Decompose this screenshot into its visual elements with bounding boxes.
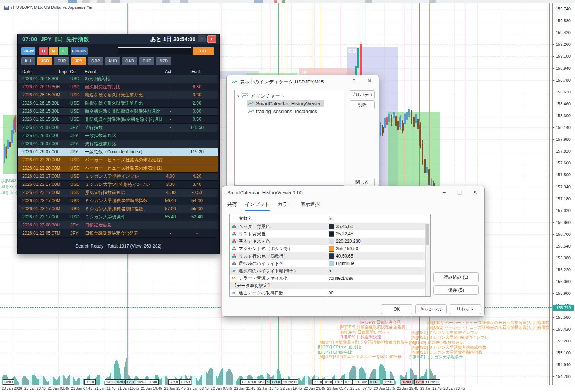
calendar-event-row[interactable]: 2026.01.26 07:00LJPY一致指数（Coincident Inde… <box>18 148 218 156</box>
tab-カラー[interactable]: カラー <box>278 201 293 211</box>
setting-value[interactable]: connect.wav <box>326 275 428 282</box>
maximize-icon[interactable]: ▢ <box>456 189 463 195</box>
currency-filter-all[interactable]: ALL <box>21 57 35 65</box>
currency-filter-cad[interactable]: CAD <box>122 57 137 65</box>
reset-button[interactable]: リセット <box>450 304 481 314</box>
cancel-button[interactable]: キャンセル <box>415 304 447 314</box>
indicator-settings-dialog[interactable]: SmartCalendar_HistoryViewer 1.00 – ▢ ✕ 共… <box>222 186 485 317</box>
settings-row[interactable]: リスト行の色（偶数行）40,50,65 <box>230 252 425 260</box>
tree-item-sessions[interactable]: trading_sessions_rectangles <box>247 108 320 115</box>
indicator-list-dialog[interactable]: 表示中のインディケータ USDJPY,M15 ? ✕ ∨ メインチャート Sma… <box>226 75 379 188</box>
calendar-event-row[interactable]: 2026.01.23 05:07MJPY日銀金融政策決定会合発表-- <box>18 229 218 238</box>
tree-item-label[interactable]: trading_sessions_rectangles <box>256 108 317 115</box>
close-icon[interactable]: ✕ <box>472 189 479 195</box>
setting-value[interactable]: LightBlue <box>326 260 428 267</box>
tab-表示選択[interactable]: 表示選択 <box>300 201 320 211</box>
go-button[interactable]: GO <box>193 47 214 55</box>
calendar-event-row[interactable]: 2026.01.26 18:30LUSD3か月債入札-- <box>18 75 218 83</box>
tab-インプット[interactable]: インプット <box>245 201 270 211</box>
setting-value[interactable]: 255,150,50 <box>326 245 428 252</box>
calendar-event-row[interactable]: 2026.01.26 15:30LUSD航空機を除く非防衛資本財受注前月比-0.… <box>18 108 218 116</box>
col-date[interactable]: Date <box>22 69 31 74</box>
currency-filter-aud[interactable]: AUD <box>105 57 120 65</box>
calendar-event-row[interactable]: 2026.01.23 17:00MUSDミシガン大学期待インフレ4.004.20 <box>18 173 218 181</box>
setting-value[interactable]: 40,50,65 <box>326 252 428 260</box>
filter-medium-button[interactable]: M <box>49 47 58 55</box>
minimize-icon[interactable]: – <box>441 189 448 195</box>
focus-button[interactable]: FOCUS <box>71 47 88 55</box>
setting-value[interactable]: 90 <box>326 289 428 297</box>
settings-row[interactable]: 01過去データの取得日数90 <box>230 289 425 297</box>
currency-filter-nzd[interactable]: NZD <box>156 57 171 65</box>
currency-filter-usd[interactable]: USD <box>37 57 52 65</box>
settings-row[interactable]: 基本テキスト色220,220,230 <box>230 238 425 245</box>
close-button[interactable]: 閉じる <box>350 178 375 187</box>
tree-item-smartcalendar[interactable]: SmartCalendar_HistoryViewer <box>247 100 324 107</box>
calendar-event-row[interactable]: 2026.01.26 07:00LJPY先行指標前月比-- <box>18 140 218 148</box>
settings-row[interactable]: 【データ取得設定】 <box>230 282 425 289</box>
calendar-event-row[interactable]: 2026.01.26 15:30MUSD輸送を除く耐久財受注前月比-0.30 <box>18 91 218 99</box>
currency-filter-chf[interactable]: CHF <box>139 57 154 65</box>
calendar-close-button[interactable]: ✕ <box>207 35 216 43</box>
time-flag: 23:50 <box>168 379 180 385</box>
delete-button[interactable]: 削除 <box>350 100 375 109</box>
setting-value[interactable]: 5 <box>326 267 428 275</box>
settings-row[interactable]: リスト背景色25,32,45 <box>230 230 425 238</box>
setting-value[interactable]: 35,45,60 <box>326 223 428 230</box>
setting-value[interactable]: 25,32,45 <box>326 230 428 238</box>
tree-root-label[interactable]: メインチャート <box>251 92 285 99</box>
indicator-tree[interactable]: ∨ メインチャート SmartCalendar_HistoryViewer tr… <box>234 90 344 186</box>
view-button[interactable]: VIEW <box>21 47 35 55</box>
calendar-minimize-button[interactable]: − <box>198 35 206 42</box>
scrollbar-thumb[interactable] <box>426 224 429 245</box>
currency-filter-jpy[interactable]: JPY <box>71 57 86 65</box>
time-axis[interactable] <box>0 385 575 385</box>
col-fcst[interactable]: Fcst <box>191 69 200 74</box>
calendar-event-row[interactable]: 2026.01.26 07:00LJPY先行指数-110.50 <box>18 124 218 132</box>
tree-root-row[interactable]: ∨ メインチャート <box>237 92 285 99</box>
close-icon[interactable]: ✕ <box>366 78 373 84</box>
price-axis[interactable] <box>552 3 553 385</box>
properties-button[interactable]: プロパティ <box>350 90 375 99</box>
chevron-down-icon[interactable]: ∨ <box>237 92 239 99</box>
calendar-event-row[interactable]: 2026.01.26 15:30HUSD耐久財受注前月比-6.80 <box>18 83 218 91</box>
calendar-event-row[interactable]: 2026.01.26 15:30LUSD防衛を除く耐久財受注前月比-2.00 <box>18 99 218 108</box>
filter-low-button[interactable]: L <box>59 47 68 55</box>
calendar-event-row[interactable]: 2026.01.23 17:00MUSDミシガン大学5年先期待インフレ3.303… <box>18 181 218 189</box>
col-imp[interactable]: Imp <box>59 69 67 74</box>
calendar-event-row[interactable]: 2026.01.23 17:00MUSD景気先行指数前月比-0.30-0.50 <box>18 189 218 197</box>
setting-name: 基本テキスト色 <box>239 238 270 245</box>
smartcalendar-panel[interactable]: 07:00 JPY [L] 先行指数 あと 1日 20:54:00 − ✕ VI… <box>17 34 220 254</box>
ok-button[interactable]: OK <box>381 304 412 314</box>
col-act[interactable]: Act <box>165 69 171 74</box>
currency-filter-gbp[interactable]: GBP <box>88 57 103 65</box>
tab-共有[interactable]: 共有 <box>227 201 237 211</box>
tree-item-label[interactable]: SmartCalendar_HistoryViewer <box>256 100 321 107</box>
settings-row[interactable]: 01選択時のハイライト幅(倍率)5 <box>230 267 425 275</box>
calendar-event-row[interactable]: 2026.01.23 20:00MUSDベーカー・ヒューズ社発表の米石油採掘装置… <box>18 156 218 164</box>
col-cur[interactable]: Cur <box>70 69 77 74</box>
setting-value[interactable] <box>326 282 428 289</box>
filter-high-button[interactable]: H <box>39 47 48 55</box>
currency-filter-eur[interactable]: EUR <box>54 57 69 65</box>
calendar-event-row[interactable]: 2026.01.26 07:00LJPY一致指数前月比-- <box>18 132 218 140</box>
help-icon[interactable]: ? <box>351 78 357 84</box>
settings-row[interactable]: 選択時のハイライト色LightBlue <box>230 260 425 267</box>
col-event[interactable]: Event <box>85 69 96 74</box>
calendar-event-row[interactable]: 2026.01.23 17:00MUSDミシガン大学消費者信頼感指数56.405… <box>18 197 218 205</box>
setting-value[interactable]: 220,220,230 <box>326 238 428 245</box>
settings-row[interactable]: ヘッダー背景色35,45,60 <box>230 223 425 230</box>
save-button[interactable]: 保存 (S) <box>433 285 479 295</box>
settings-row[interactable]: abアラート音源ファイル名connect.wav <box>230 275 425 282</box>
calendar-titlebar[interactable]: 07:00 JPY [L] 先行指数 あと 1日 20:54:00 − ✕ <box>18 34 219 44</box>
calendar-search-input[interactable] <box>118 47 191 54</box>
settings-row[interactable]: アクセント色（ボタン等）255,150,50 <box>230 245 425 252</box>
load-button[interactable]: 読み込み (L) <box>433 272 479 282</box>
calendar-event-row[interactable]: 2026.01.23 20:00MUSDベーカー・ヒューズ社発表の米石油採掘装置… <box>18 164 218 173</box>
calendar-event-row[interactable]: 2026.01.26 15:30LUSD非防衛資本財受注(航空機を除く)前月比-… <box>18 116 218 124</box>
calendar-event-row[interactable]: 2026.01.23 08:30HJPY日銀記者会見-- <box>18 221 218 229</box>
calendar-event-row[interactable]: 2026.01.23 17:00LUSDミシガン大学現条件55.4052.40 <box>18 213 218 221</box>
settings-scrollbar[interactable] <box>425 223 430 296</box>
settings-table[interactable]: 変数名 値 ヘッダー背景色35,45,60リスト背景色25,32,45基本テキス… <box>229 214 431 297</box>
calendar-event-row[interactable]: 2026.01.23 17:00MUSDミシガン大学消費者期待指数57.0055… <box>18 205 218 213</box>
